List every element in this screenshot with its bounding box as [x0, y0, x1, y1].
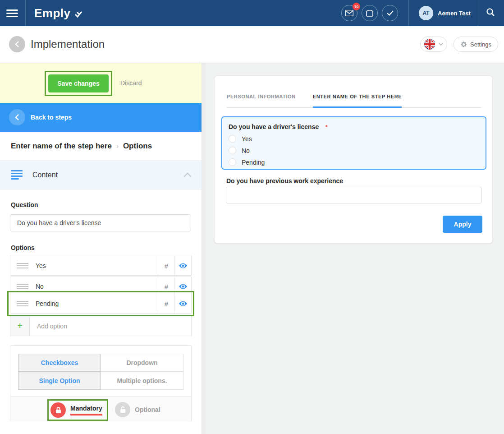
radio-icon[interactable] [229, 158, 236, 166]
preview-question2-label: Do you have previous work experience [226, 177, 343, 185]
mandatory-label[interactable]: Mandatory [70, 405, 102, 416]
form-preview-card: PERSONAL INFORMATION ENTER NAME OF THE S… [214, 75, 493, 244]
breadcrumb-separator: › [116, 142, 119, 150]
visibility-button[interactable] [174, 294, 191, 313]
logo-text: Emply [34, 6, 71, 20]
content-section-header[interactable]: Content [0, 161, 202, 189]
chevron-down-icon [439, 43, 443, 46]
option-value[interactable]: Yes [36, 262, 158, 269]
mandatory-lock-icon[interactable] [50, 402, 66, 418]
user-name[interactable]: Aemen Test [438, 10, 471, 17]
optional-label: Optional [135, 406, 160, 413]
calendar-button[interactable] [362, 5, 378, 21]
toggle-single-option[interactable]: Single Option [18, 372, 101, 390]
radio-icon[interactable] [229, 135, 236, 143]
nav-divider [478, 0, 478, 26]
chevron-left-icon [15, 114, 19, 121]
radio-label: Pending [242, 159, 265, 166]
top-nav: Emply 10 AT Aemen Test [0, 0, 504, 26]
eye-icon [179, 283, 188, 290]
discard-button[interactable]: Discard [120, 79, 142, 87]
toggle-checkboxes[interactable]: Checkboxes [18, 354, 101, 372]
required-asterisk: * [325, 124, 328, 130]
add-option-row[interactable]: + Add option [10, 316, 192, 336]
drag-handle-icon[interactable] [17, 300, 28, 308]
radio-icon[interactable] [229, 147, 236, 154]
radio-label: Yes [242, 135, 252, 143]
language-selector[interactable] [420, 37, 447, 52]
option-row-yes: Yes # [10, 256, 192, 276]
back-button[interactable] [9, 36, 25, 52]
optional-toggle[interactable]: Optional [115, 402, 160, 417]
apply-button[interactable]: Apply [443, 216, 482, 233]
search-icon [486, 8, 495, 17]
question-input[interactable] [10, 214, 191, 231]
save-changes-button[interactable]: Save changes [48, 74, 109, 92]
mail-icon [345, 10, 353, 16]
left-panel-scrollbar[interactable] [202, 63, 206, 434]
question-label: Question [11, 201, 38, 208]
chevron-left-icon [15, 41, 19, 48]
unsaved-changes-bar: Save changes Discard [0, 63, 202, 103]
eye-icon [179, 300, 188, 307]
app-logo[interactable]: Emply [34, 6, 83, 20]
tab-personal-information[interactable]: PERSONAL INFORMATION [227, 94, 296, 107]
radio-option-no[interactable]: No [229, 147, 479, 154]
content-lines-icon [11, 169, 23, 181]
option-row-pending: Pending # [10, 294, 192, 314]
uk-flag-icon [424, 39, 435, 50]
nav-divider [25, 0, 26, 26]
breadcrumb-step[interactable]: Enter name of the step here [11, 142, 112, 151]
back-to-steps-bar[interactable]: Back to steps [0, 103, 202, 132]
settings-label: Settings [470, 41, 491, 48]
chevron-up-icon[interactable] [183, 173, 192, 177]
nav-divider [408, 0, 409, 26]
radio-label: No [242, 147, 250, 154]
toggle-dropdown[interactable]: Dropdown [101, 354, 183, 372]
mandatory-annotation-box: Mandatory [47, 399, 108, 421]
option-value[interactable]: Pending [36, 300, 158, 307]
radio-option-pending[interactable]: Pending [229, 158, 479, 166]
drag-handle-icon[interactable] [17, 282, 28, 291]
check-icon [387, 10, 394, 16]
settings-button[interactable]: Settings [454, 37, 498, 52]
add-option-placeholder: Add option [37, 323, 67, 330]
hash-icon: # [165, 283, 168, 291]
page-title: Implementation [31, 38, 105, 51]
radio-option-yes[interactable]: Yes [229, 135, 479, 143]
toggle-multiple-options[interactable]: Multiple options. [101, 372, 183, 390]
visibility-button[interactable] [174, 256, 191, 275]
merge-field-button[interactable]: # [158, 256, 174, 275]
answer-type-card: Checkboxes Dropdown Single Option Multip… [10, 345, 192, 422]
requirement-section: Mandatory Optional [10, 396, 191, 422]
user-avatar[interactable]: AT [419, 6, 433, 20]
option-value[interactable]: No [36, 283, 158, 290]
highlighted-question-box: Do you have a driver's license * Yes No … [221, 116, 486, 170]
hash-icon: # [165, 262, 168, 270]
back-to-steps-button[interactable] [9, 109, 25, 125]
menu-icon[interactable] [6, 8, 19, 18]
preview-tabs: PERSONAL INFORMATION ENTER NAME OF THE S… [227, 94, 481, 108]
page-header: Implementation Settings [0, 26, 504, 63]
options-label: Options [11, 244, 35, 251]
preview-question2-input[interactable] [226, 187, 482, 203]
hash-icon: # [165, 300, 168, 308]
tasks-button[interactable] [382, 5, 398, 21]
drag-handle-icon[interactable] [17, 262, 28, 270]
tab-enter-name-of-step[interactable]: ENTER NAME OF THE STEP HERE [313, 94, 402, 108]
plus-icon[interactable]: + [10, 316, 30, 336]
logo-check-icon [73, 9, 83, 19]
merge-field-button[interactable]: # [158, 294, 174, 313]
search-button[interactable] [486, 8, 495, 18]
save-annotation-box: Save changes [45, 71, 112, 96]
preview-question-label: Do you have a driver's license [229, 123, 319, 130]
content-section-label: Content [32, 171, 58, 179]
gear-icon [460, 41, 467, 48]
optional-lock-icon [115, 402, 130, 417]
breadcrumb: Enter name of the step here › Options [0, 132, 202, 161]
editor-panel: Save changes Discard Back to steps Enter… [0, 63, 202, 434]
back-to-steps-label: Back to steps [31, 114, 72, 121]
calendar-icon [366, 9, 373, 17]
mail-button[interactable]: 10 [341, 5, 357, 21]
mail-badge: 10 [353, 3, 360, 10]
